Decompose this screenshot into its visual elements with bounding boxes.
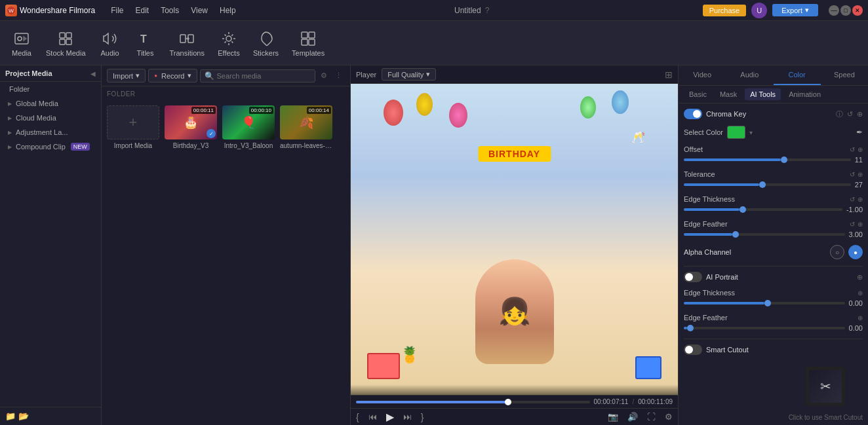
mark-out-icon[interactable]: } xyxy=(421,412,424,422)
add-folder-button[interactable]: 📁 xyxy=(5,411,16,421)
chroma-key-more-icon[interactable]: ⊕ xyxy=(857,110,863,119)
offset-more-icon[interactable]: ⊕ xyxy=(858,146,863,153)
edge-thickness-slider-track[interactable] xyxy=(684,208,842,211)
tab-video[interactable]: Video xyxy=(679,65,726,85)
export-button[interactable]: Export ▾ xyxy=(772,4,818,16)
ai-portrait-toggle[interactable] xyxy=(684,272,702,282)
smart-cutout-toggle[interactable] xyxy=(684,344,702,355)
tab-color[interactable]: Color xyxy=(774,65,821,85)
filter-icon[interactable]: ⚙ xyxy=(318,70,330,81)
toolbar-templates[interactable]: Templates xyxy=(286,26,330,61)
edge-thickness-more-icon[interactable]: ⊕ xyxy=(858,196,863,203)
edge-thickness-slider-thumb[interactable] xyxy=(740,206,746,213)
color-swatch[interactable] xyxy=(727,126,745,139)
intro-thumb: 🎈 00:00:10 xyxy=(222,105,275,139)
skip-forward-icon[interactable]: ⏭ xyxy=(403,412,412,422)
edge-feather-slider-track[interactable] xyxy=(684,233,845,236)
edge-thickness-label-row: Edge Thickness ↺ ⊕ xyxy=(684,195,863,203)
toolbar-media[interactable]: Media xyxy=(5,26,38,61)
volume-icon[interactable]: 🔊 xyxy=(627,412,638,422)
ai-edge-thickness-slider-track[interactable] xyxy=(684,302,845,305)
tolerance-slider-thumb[interactable] xyxy=(759,181,766,188)
edge-feather-reset-icon[interactable]: ↺ xyxy=(850,221,855,228)
edge-feather-slider-thumb[interactable] xyxy=(732,231,739,238)
toolbar-titles[interactable]: T Titles xyxy=(129,26,162,61)
ai-edge-feather-more-icon[interactable]: ⊕ xyxy=(858,314,863,322)
tolerance-reset-icon[interactable]: ↺ xyxy=(850,171,855,178)
settings-icon[interactable]: ⚙ xyxy=(665,412,673,422)
media-item-birthday[interactable]: 🎂 00:00:11 ✓ Birthday_V3 xyxy=(165,105,217,149)
progress-track[interactable] xyxy=(356,401,590,403)
purchase-button[interactable]: Purchase xyxy=(703,5,746,16)
play-button[interactable]: ▶ xyxy=(386,411,394,423)
close-button[interactable]: ✕ xyxy=(852,5,863,16)
ai-edge-thickness-slider-row: 0.00 xyxy=(684,299,863,307)
offset-slider-thumb[interactable] xyxy=(781,157,787,163)
subtab-basic[interactable]: Basic xyxy=(684,88,712,100)
alpha-channel-on-button[interactable]: ● xyxy=(848,245,863,259)
chroma-key-info-icon[interactable]: ⓘ xyxy=(836,109,843,119)
ai-edge-thickness-slider-thumb[interactable] xyxy=(764,300,771,306)
toolbar-stock-media[interactable]: Stock Media xyxy=(41,26,91,61)
fullscreen-btn[interactable]: ⛶ xyxy=(647,412,656,422)
sidebar-item-adjustment-layer[interactable]: ▶ Adjustment La... xyxy=(0,125,101,139)
toolbar-effects[interactable]: Effects xyxy=(212,26,245,61)
sidebar-item-compound-clip[interactable]: ▶ Compound Clip NEW xyxy=(0,139,101,154)
record-button[interactable]: ● Record ▾ xyxy=(148,69,197,83)
left-panel-collapse[interactable]: ◀ xyxy=(90,70,96,77)
import-media-item[interactable]: + Import Media xyxy=(107,105,159,149)
minimize-button[interactable]: — xyxy=(829,5,839,16)
toolbar-stickers[interactable]: Stickers xyxy=(248,26,284,61)
color-dropdown-icon[interactable]: ▾ xyxy=(749,129,753,136)
eyedropper-icon[interactable]: ✒ xyxy=(856,128,863,137)
subtab-mask[interactable]: Mask xyxy=(715,88,742,100)
chroma-key-reset-icon[interactable]: ↺ xyxy=(847,110,853,119)
tolerance-slider-track[interactable] xyxy=(684,183,851,186)
subtab-animation[interactable]: Animation xyxy=(783,88,826,100)
help-icon[interactable]: ? xyxy=(485,6,490,15)
chroma-key-toggle[interactable] xyxy=(684,109,702,119)
menu-edit[interactable]: Edit xyxy=(130,5,155,16)
import-media-thumb[interactable]: + xyxy=(107,105,159,139)
media-item-leaves[interactable]: 🍂 00:00:14 autumn-leaves-92681 xyxy=(280,105,332,149)
toolbar-audio[interactable]: Audio xyxy=(94,26,127,61)
smart-cutout-thumbnail[interactable]: ✂ xyxy=(806,367,845,406)
menu-help[interactable]: Help xyxy=(214,5,241,16)
menu-file[interactable]: File xyxy=(106,5,128,16)
balloon-4 xyxy=(612,90,629,114)
import-button[interactable]: Import ▾ xyxy=(107,69,146,83)
toolbar-transitions[interactable]: Transitions xyxy=(165,26,210,61)
subtab-ai-tools[interactable]: AI Tools xyxy=(745,88,781,100)
sidebar-item-cloud-media[interactable]: ▶ Cloud Media xyxy=(0,111,101,125)
sidebar-item-global-media[interactable]: ▶ Global Media xyxy=(0,96,101,111)
fullscreen-icon[interactable]: ⊞ xyxy=(665,69,673,80)
ai-edge-feather-slider-track[interactable] xyxy=(684,327,845,329)
window-controls: — □ ✕ xyxy=(829,5,863,16)
search-input[interactable] xyxy=(217,72,311,80)
edge-feather-more-icon[interactable]: ⊕ xyxy=(858,221,863,228)
mark-in-icon[interactable]: { xyxy=(356,412,359,422)
ai-edge-thickness-more-icon[interactable]: ⊕ xyxy=(858,289,863,297)
menu-view[interactable]: View xyxy=(186,5,213,16)
sidebar-item-folder[interactable]: Folder xyxy=(0,82,101,96)
media-search-bar[interactable]: 🔍 xyxy=(200,69,316,83)
media-item-intro[interactable]: 🎈 00:00:10 Intro_V3_Baloon xyxy=(222,105,275,149)
menu-tools[interactable]: Tools xyxy=(155,5,184,16)
alpha-channel-off-button[interactable]: ○ xyxy=(830,245,844,259)
ai-edge-feather-slider-thumb[interactable] xyxy=(687,325,694,331)
progress-thumb[interactable] xyxy=(505,399,511,405)
ai-portrait-more-icon[interactable]: ⊕ xyxy=(857,273,863,282)
snapshot-icon[interactable]: 📷 xyxy=(608,412,618,422)
tolerance-more-icon[interactable]: ⊕ xyxy=(858,171,863,178)
chevron-down-icon: ▾ xyxy=(805,6,809,14)
more-options-icon[interactable]: ⋮ xyxy=(332,70,345,81)
offset-slider-track[interactable] xyxy=(684,158,851,161)
maximize-button[interactable]: □ xyxy=(840,5,851,16)
edge-thickness-reset-icon[interactable]: ↺ xyxy=(850,196,855,203)
tab-audio[interactable]: Audio xyxy=(726,65,773,85)
skip-back-icon[interactable]: ⏮ xyxy=(368,412,377,422)
quality-selector[interactable]: Full Quality ▾ xyxy=(382,68,436,81)
offset-reset-icon[interactable]: ↺ xyxy=(850,146,855,153)
import-button[interactable]: 📂 xyxy=(18,411,29,421)
tab-speed[interactable]: Speed xyxy=(821,65,868,85)
